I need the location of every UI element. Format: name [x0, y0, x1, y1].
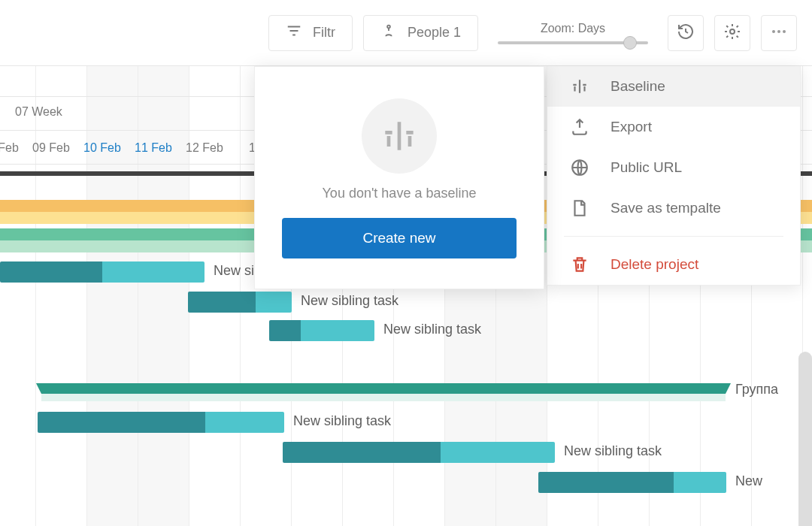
people-icon [380, 23, 397, 43]
task-bar[interactable] [0, 261, 205, 283]
file-icon [568, 198, 591, 218]
menu-label: Public URL [611, 159, 682, 176]
task-label: New sibling task [383, 322, 481, 337]
svg-point-4 [783, 30, 786, 33]
task-label: New sibling task [564, 443, 662, 459]
menu-save-template[interactable]: Save as tempalte [547, 188, 800, 228]
settings-dropdown: Baseline Export Public URL Save as tempa… [547, 66, 801, 286]
date-header-row: 08 Feb 09 Feb 10 Feb 11 Feb 12 Feb 13 [0, 141, 281, 155]
task-bar[interactable] [269, 320, 374, 341]
filter-button[interactable]: Filtr [268, 15, 353, 51]
task-bar[interactable] [538, 472, 726, 493]
settings-button[interactable] [714, 15, 750, 51]
globe-icon [568, 158, 591, 177]
gear-icon [723, 23, 741, 44]
people-label: People 1 [408, 25, 461, 41]
task-label: New sibling task [293, 413, 391, 429]
menu-label: Baseline [611, 78, 665, 95]
zoom-slider[interactable] [498, 41, 648, 44]
svg-point-2 [772, 30, 775, 33]
baseline-empty-icon [362, 98, 437, 174]
menu-label: Save as tempalte [611, 200, 721, 216]
task-bar[interactable] [38, 412, 284, 433]
date-cell: 10 Feb [77, 141, 128, 155]
baseline-icon [568, 77, 591, 96]
scrollbar[interactable] [798, 352, 812, 526]
menu-label: Delete project [611, 256, 698, 273]
group-bar[interactable] [41, 383, 726, 394]
export-icon [568, 117, 591, 137]
baseline-popover: You don't have a baseline Create new [254, 66, 544, 289]
date-cell: 12 Feb [179, 141, 230, 155]
create-baseline-button[interactable]: Create new [282, 218, 517, 258]
trash-icon [568, 255, 591, 274]
task-label: New [735, 473, 762, 489]
filter-icon [286, 23, 302, 43]
more-horizontal-icon [770, 23, 788, 44]
menu-public-url[interactable]: Public URL [547, 147, 800, 188]
people-button[interactable]: People 1 [363, 15, 478, 51]
task-bar[interactable] [283, 442, 555, 463]
group-bar-shadow [41, 394, 726, 401]
date-cell: 08 Feb [0, 141, 26, 155]
zoom-control[interactable]: Zoom: Days [498, 22, 648, 44]
history-button[interactable] [668, 15, 704, 51]
svg-point-3 [777, 30, 780, 33]
menu-separator [564, 236, 783, 237]
svg-point-0 [387, 26, 390, 29]
more-button[interactable] [761, 15, 797, 51]
date-cell: 09 Feb [26, 141, 77, 155]
zoom-slider-thumb[interactable] [623, 36, 637, 50]
toolbar: Filtr People 1 Zoom: Days [0, 0, 812, 66]
history-icon [677, 23, 695, 44]
date-cell: 11 Feb [128, 141, 179, 155]
menu-label: Export [611, 119, 652, 135]
task-bar[interactable] [188, 292, 292, 313]
baseline-empty-message: You don't have a baseline [282, 186, 517, 201]
menu-baseline[interactable]: Baseline [547, 66, 800, 107]
menu-delete-project[interactable]: Delete project [547, 244, 800, 285]
group-label: Группа [735, 382, 778, 398]
task-label: New sibling task [301, 293, 398, 309]
svg-point-1 [730, 29, 735, 34]
filter-label: Filtr [313, 25, 335, 41]
menu-export[interactable]: Export [547, 107, 800, 147]
task-label: New si [214, 263, 254, 279]
week-label: 07 Week [15, 105, 62, 119]
zoom-label: Zoom: Days [541, 22, 605, 35]
